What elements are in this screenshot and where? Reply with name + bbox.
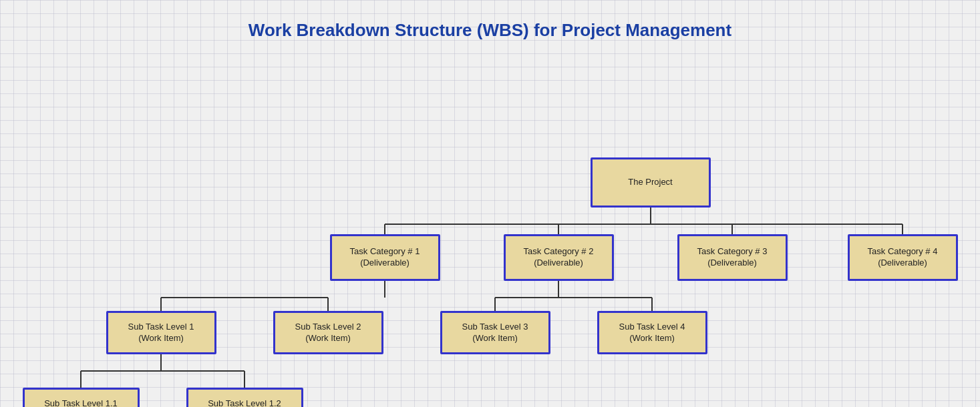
node-pkg1: Sub Task Level 1.1(Work Package) xyxy=(23,388,140,407)
node-cat2: Task Category # 2(Deliverable) xyxy=(504,234,614,281)
page-title: Work Breakdown Structure (WBS) for Proje… xyxy=(13,13,967,41)
node-root: The Project xyxy=(591,157,711,208)
connector-lines xyxy=(16,61,965,407)
wbs-diagram: The Project Task Category # 1(Deliverabl… xyxy=(16,61,965,407)
page-container: Work Breakdown Structure (WBS) for Proje… xyxy=(0,0,980,407)
node-sub4: Sub Task Level 4(Work Item) xyxy=(597,311,707,354)
node-sub2: Sub Task Level 2(Work Item) xyxy=(273,311,383,354)
node-sub3: Sub Task Level 3(Work Item) xyxy=(440,311,550,354)
node-cat1: Task Category # 1(Deliverable) xyxy=(330,234,440,281)
node-cat3: Task Category # 3(Deliverable) xyxy=(677,234,788,281)
node-pkg2: Sub Task Level 1.2(Work Package) xyxy=(186,388,303,407)
node-cat4: Task Category # 4(Deliverable) xyxy=(848,234,958,281)
node-sub1: Sub Task Level 1(Work Item) xyxy=(106,311,216,354)
